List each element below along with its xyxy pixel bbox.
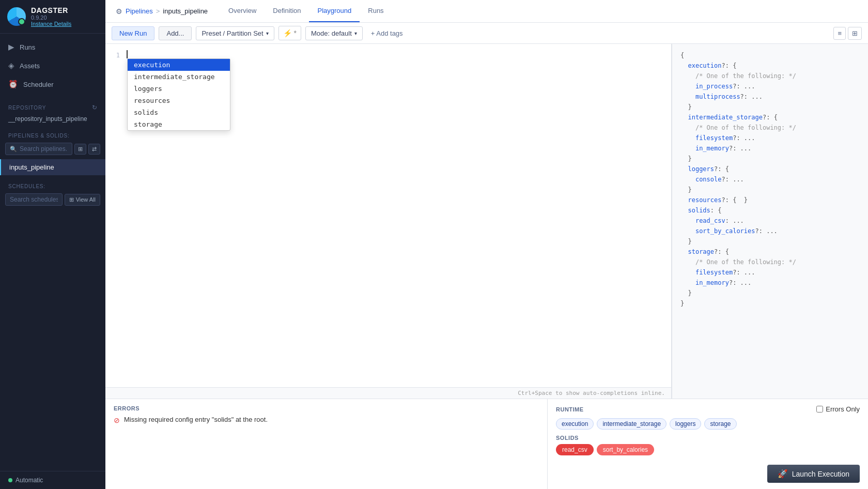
pipelines-search-input[interactable] xyxy=(20,145,68,152)
errors-only-label: Errors Only xyxy=(826,405,860,413)
pipeline-icon: ⚙ xyxy=(116,7,122,16)
errors-only-checkbox[interactable]: Errors Only xyxy=(816,405,860,413)
repository-name: __repository_inputs_pipeline xyxy=(0,113,105,127)
errors-title: ERRORS xyxy=(114,405,539,411)
top-nav: ⚙ Pipelines > inputs_pipeline Overview D… xyxy=(105,0,868,23)
preset-label: Preset / Partition Set xyxy=(202,29,263,37)
schema-line-console: console?: ... xyxy=(680,174,860,185)
schema-line-brace-close: } xyxy=(680,298,860,309)
app-name: DAGSTER xyxy=(31,6,71,14)
add-button[interactable]: Add... xyxy=(159,26,192,40)
errors-only-input[interactable] xyxy=(816,406,823,412)
scheduler-icon: ⏰ xyxy=(8,80,18,89)
schema-line-execution: execution?: { xyxy=(680,60,860,71)
main-content: ⚙ Pipelines > inputs_pipeline Overview D… xyxy=(105,0,868,489)
schema-line-brace-open: { xyxy=(680,50,860,60)
solid-tag-sort-by-calories: sort_by_calories xyxy=(597,444,654,455)
code-editor[interactable]: 1 execution intermediate_storage loggers… xyxy=(105,44,672,399)
launch-section: 🚀 Launch Execution xyxy=(556,461,860,483)
breadcrumb-pipelines-link[interactable]: Pipelines xyxy=(126,7,153,15)
sidebar-item-assets[interactable]: ◈ Assets xyxy=(0,56,105,75)
schema-line-resources: resources?: { } xyxy=(680,195,860,205)
editor-content[interactable]: 1 execution intermediate_storage loggers… xyxy=(105,44,671,387)
schema-line-filesystem: filesystem?: ... xyxy=(680,133,860,143)
pipeline-grid-view-button[interactable]: ⊞ xyxy=(74,144,86,155)
autocomplete-item-resources[interactable]: resources xyxy=(128,95,230,106)
breadcrumb: ⚙ Pipelines > inputs_pipeline xyxy=(116,7,208,16)
add-tags-button[interactable]: + Add tags xyxy=(367,27,407,39)
autocomplete-item-intermediate-storage[interactable]: intermediate_storage xyxy=(128,71,230,83)
schema-line-loggers: loggers?: { xyxy=(680,164,860,174)
sidebar-item-scheduler[interactable]: ⏰ Scheduler xyxy=(0,75,105,94)
pipeline-list: inputs_pipeline xyxy=(0,157,105,177)
autocomplete-item-solids[interactable]: solids xyxy=(128,106,230,118)
pipelines-section-title: Pipelines & Solids: xyxy=(0,127,105,141)
instance-details-link[interactable]: Instance Details xyxy=(31,21,71,27)
schedules-search-row: ⊞ View All xyxy=(0,191,105,208)
runtime-tag-storage: storage xyxy=(704,418,736,430)
runtime-tag-loggers: loggers xyxy=(670,418,701,430)
solids-section: SOLIDS read_csv sort_by_calories xyxy=(556,435,860,455)
view-all-icon: ⊞ xyxy=(69,196,74,203)
status-label: Automatic xyxy=(16,477,43,484)
sidebar: DAGSTER 0.9.20 Instance Details ▶ Runs ◈… xyxy=(0,0,105,489)
sidebar-footer: Automatic xyxy=(0,471,105,489)
schedules-search-input[interactable] xyxy=(10,196,58,203)
runtime-tag-execution: execution xyxy=(556,418,594,430)
view-mode-icon-btn-2[interactable]: ⊞ xyxy=(848,27,862,40)
pipeline-item-inputs-pipeline[interactable]: inputs_pipeline xyxy=(0,159,105,175)
schema-line-solids: solids: { xyxy=(680,205,860,216)
schema-line-comment-3: /* One of the following: */ xyxy=(680,257,860,267)
tab-runs[interactable]: Runs xyxy=(360,0,392,22)
preset-partition-button[interactable]: Preset / Partition Set ▾ xyxy=(196,26,274,40)
tab-playground[interactable]: Playground xyxy=(309,0,360,22)
sidebar-brand: DAGSTER 0.9.20 Instance Details xyxy=(31,6,71,27)
assets-icon: ◈ xyxy=(8,61,14,70)
solids-title: SOLIDS xyxy=(556,435,860,441)
autocomplete-dropdown[interactable]: execution intermediate_storage loggers r… xyxy=(127,58,230,131)
new-run-button[interactable]: New Run xyxy=(112,26,154,40)
editor-area: 1 execution intermediate_storage loggers… xyxy=(105,44,868,399)
sidebar-item-assets-label: Assets xyxy=(20,62,40,70)
sidebar-item-runs-label: Runs xyxy=(20,43,35,51)
schedules-search-box[interactable] xyxy=(5,193,63,206)
tab-overview[interactable]: Overview xyxy=(220,0,265,22)
error-message-1: Missing required config entry "solids" a… xyxy=(124,416,268,423)
schema-line-comment-1: /* One of the following: */ xyxy=(680,71,860,81)
search-icon: 🔍 xyxy=(10,146,17,152)
sidebar-nav: ▶ Runs ◈ Assets ⏰ Scheduler xyxy=(0,34,105,98)
tab-definition[interactable]: Definition xyxy=(265,0,309,22)
preset-chevron-icon: ▾ xyxy=(266,30,269,36)
runtime-tags: execution intermediate_storage loggers s… xyxy=(556,418,860,430)
schema-line-intstorage-close: } xyxy=(680,154,860,164)
runtime-tag-intermediate-storage: intermediate_storage xyxy=(597,418,667,430)
editor-hint: Ctrl+Space to show auto-completions inli… xyxy=(518,390,665,396)
repository-refresh-button[interactable]: ↻ xyxy=(92,104,97,111)
pipeline-list-view-button[interactable]: ⇄ xyxy=(88,144,100,155)
schema-line-storage: storage?: { xyxy=(680,247,860,257)
schema-line-inmemory2: in_memory?: ... xyxy=(680,278,860,288)
mode-button[interactable]: Mode: default ▾ xyxy=(305,26,363,40)
view-mode-icon-btn-1[interactable]: ≡ xyxy=(833,27,846,40)
scaffold-icon: ⚡ * xyxy=(283,29,297,37)
cursor xyxy=(127,50,128,58)
breadcrumb-pipeline-name: inputs_pipeline xyxy=(163,7,208,15)
toolbar: New Run Add... Preset / Partition Set ▾ … xyxy=(105,23,868,44)
schema-line-filesystem2: filesystem?: ... xyxy=(680,267,860,278)
solid-tag-read-csv: read_csv xyxy=(556,444,594,455)
sidebar-header: DAGSTER 0.9.20 Instance Details xyxy=(0,0,105,34)
pipelines-search-box[interactable]: 🔍 xyxy=(5,143,72,155)
sidebar-item-runs[interactable]: ▶ Runs xyxy=(0,38,105,56)
autocomplete-item-storage[interactable]: storage xyxy=(128,118,230,130)
runtime-title: RUNTIME xyxy=(556,406,584,412)
scaffold-button[interactable]: ⚡ * xyxy=(278,26,301,40)
launch-execution-button[interactable]: 🚀 Launch Execution xyxy=(767,465,860,483)
schema-line-execution-close: } xyxy=(680,102,860,112)
app-version: 0.9.20 xyxy=(31,14,71,21)
dagster-logo xyxy=(7,7,26,26)
editor-footer: Ctrl+Space to show auto-completions inli… xyxy=(105,387,671,399)
view-all-schedules-button[interactable]: ⊞ View All xyxy=(65,194,100,206)
autocomplete-item-execution[interactable]: execution xyxy=(128,59,230,71)
autocomplete-item-loggers[interactable]: loggers xyxy=(128,83,230,95)
status-indicator xyxy=(8,478,12,482)
